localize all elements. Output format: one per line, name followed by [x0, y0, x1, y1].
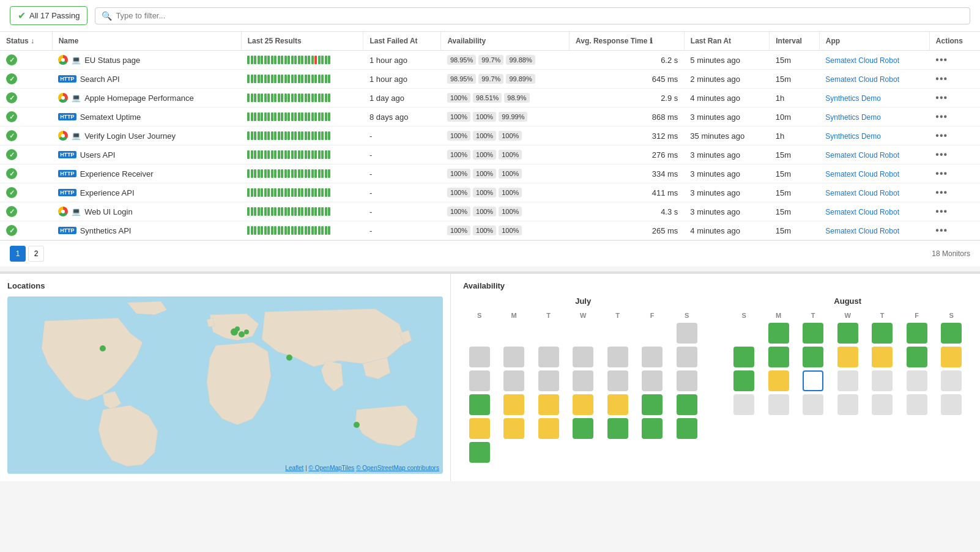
bar — [301, 188, 303, 197]
cal-day — [941, 323, 962, 344]
interval-cell: 15m — [770, 221, 820, 240]
status-icon — [6, 168, 17, 179]
monitor-name: EU Status page — [84, 56, 140, 65]
bar — [291, 75, 294, 83]
app-link[interactable]: Sematext Cloud Robot — [825, 227, 899, 235]
interval-cell: 15m — [770, 51, 820, 70]
table-wrap: Status ↓ Name Last 25 Results Last Faile… — [0, 32, 980, 240]
bar — [318, 207, 321, 216]
bar — [294, 207, 297, 216]
bar — [251, 188, 253, 197]
actions-button[interactable]: ••• — [935, 168, 948, 179]
app-link[interactable]: Sematext Cloud Robot — [825, 208, 899, 216]
availability-cell: 98.95%99.7%99.89% — [441, 70, 570, 89]
actions-button[interactable]: ••• — [935, 206, 948, 217]
bar — [271, 169, 273, 178]
bar — [301, 131, 303, 140]
monitor-name: Verify Login User Journey — [84, 131, 176, 141]
cal-day — [538, 418, 559, 439]
actions-button[interactable]: ••• — [935, 73, 948, 84]
july-calendar: July SMTWTFS — [463, 296, 703, 463]
avail-badge: 98.95% — [447, 55, 476, 65]
bar — [261, 169, 263, 178]
app-cell: Sematext Cloud Robot — [819, 221, 929, 240]
name-cell: 💻EU Status page — [52, 51, 241, 70]
passing-button[interactable]: ✔ All 17 Passing — [10, 6, 87, 25]
cal-day-header: T — [866, 311, 899, 320]
availability-panel: Availability July SMTWTFS August SMTWTFS — [451, 274, 980, 481]
availability-cell: 100%100%100% — [441, 221, 570, 240]
bar — [254, 169, 256, 178]
availability-cell: 100%98.51%98.9% — [441, 89, 570, 108]
bottom-section: Locations — [0, 271, 980, 481]
app-link[interactable]: Sematext Cloud Robot — [825, 75, 899, 84]
location-dot-europe3 — [235, 326, 240, 331]
avg-response-cell: 4.3 s — [570, 202, 685, 221]
bar — [271, 112, 273, 121]
bar — [311, 169, 314, 178]
actions-button[interactable]: ••• — [935, 225, 948, 236]
actions-button[interactable]: ••• — [935, 54, 948, 65]
bar — [325, 169, 327, 178]
app-link[interactable]: Sematext Cloud Robot — [825, 189, 899, 197]
cal-day — [503, 370, 524, 391]
app-link[interactable]: Sematext Cloud Robot — [825, 151, 899, 160]
app-link[interactable]: Synthetics Demo — [825, 94, 881, 103]
app-link[interactable]: Sematext Cloud Robot — [825, 56, 899, 65]
map-credit: Leaflet | © OpenMapTiles © OpenStreetMap… — [285, 465, 439, 471]
table-row: HTTPExperience Receiver-100%100%100%334 … — [0, 164, 980, 183]
bar — [274, 150, 277, 159]
cal-day — [837, 323, 858, 344]
table-header: Status ↓ Name Last 25 Results Last Faile… — [0, 32, 980, 51]
avail-badge: 100% — [499, 226, 522, 235]
actions-button[interactable]: ••• — [935, 187, 948, 198]
avail-badge: 100% — [447, 226, 470, 235]
actions-button[interactable]: ••• — [935, 111, 948, 122]
actions-button[interactable]: ••• — [935, 149, 948, 160]
col-last25: Last 25 Results — [241, 32, 363, 51]
leaflet-link[interactable]: Leaflet — [285, 465, 303, 471]
bar — [301, 112, 303, 121]
http-badge: HTTP — [58, 170, 76, 177]
filter-input[interactable] — [116, 11, 963, 20]
bar — [325, 226, 327, 235]
bar — [311, 94, 314, 102]
bar — [247, 226, 250, 235]
bar — [264, 150, 267, 159]
avail-badge: 100% — [473, 169, 496, 178]
openmap-link[interactable]: © OpenMapTiles — [309, 465, 355, 471]
bar — [291, 131, 294, 140]
bar — [294, 94, 297, 102]
status-cell — [0, 221, 52, 240]
bar — [308, 226, 310, 235]
cal-day — [607, 323, 628, 344]
bar — [298, 150, 300, 159]
osm-link[interactable]: © OpenStreetMap contributors — [356, 465, 439, 471]
bar — [325, 207, 327, 216]
bar — [261, 188, 263, 197]
bar — [267, 75, 270, 83]
app-link[interactable]: Sematext Cloud Robot — [825, 170, 899, 178]
bar — [278, 75, 280, 83]
app-link[interactable]: Synthetics Demo — [825, 113, 881, 122]
cal-day — [803, 347, 823, 367]
bar — [294, 75, 297, 83]
bar — [264, 56, 267, 64]
cal-day — [642, 370, 663, 391]
bar — [321, 94, 324, 102]
actions-cell: ••• — [929, 183, 980, 202]
bar — [298, 188, 300, 197]
bar — [274, 169, 277, 178]
bar — [258, 150, 260, 159]
page-1-button[interactable]: 1 — [10, 246, 26, 262]
page-2-button[interactable]: 2 — [28, 246, 44, 262]
bar — [321, 226, 324, 235]
bar — [281, 207, 283, 216]
bar — [274, 112, 277, 121]
bar — [328, 150, 330, 159]
cal-day — [573, 347, 593, 367]
actions-button[interactable]: ••• — [935, 92, 948, 103]
actions-button[interactable]: ••• — [935, 130, 948, 141]
app-link[interactable]: Synthetics Demo — [825, 132, 881, 141]
bar — [314, 94, 317, 102]
